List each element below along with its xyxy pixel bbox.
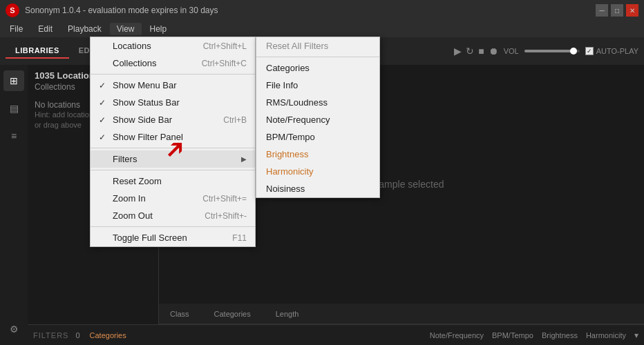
title-bar: S Sononym 1.0.4 - evaluation mode expire… <box>0 0 644 21</box>
stop-button[interactable]: ■ <box>478 46 484 57</box>
maximize-button[interactable]: □ <box>611 4 623 17</box>
filter-note-freq[interactable]: Note/Frequency <box>430 331 484 339</box>
sidebar-icon-menu[interactable]: ≡ <box>3 126 24 146</box>
col-class: Class <box>164 310 195 318</box>
submenu-reset-all[interactable]: Reset All Filters <box>256 37 379 55</box>
autoplay-label: AUTO-PLAY <box>596 47 638 55</box>
volume-fill <box>524 50 571 52</box>
menu-zoom-in[interactable]: Zoom In Ctrl+Shift+= <box>91 190 255 207</box>
submenu-rms-loudness[interactable]: RMS/Loudness <box>256 94 379 111</box>
record-button[interactable]: ⏺ <box>489 46 498 57</box>
menu-collections[interactable]: Collections Ctrl+Shift+C <box>91 55 255 72</box>
menu-bar: File Edit Playback View Help <box>0 21 644 37</box>
menu-show-filter-panel[interactable]: ✓ Show Filter Panel <box>91 128 255 146</box>
play-button[interactable]: ▶ <box>454 46 462 57</box>
submenu-bpm-tempo[interactable]: BPM/Tempo <box>256 128 379 146</box>
menu-divider-1 <box>91 74 255 75</box>
sidebar-icons: ⊞ ▤ ≡ ⚙ <box>0 65 28 345</box>
submenu-noisiness[interactable]: Noisiness <box>256 180 379 197</box>
filters-submenu: Reset All Filters Categories File Info R… <box>256 37 380 198</box>
sidebar-icon-settings[interactable]: ⚙ <box>3 319 24 339</box>
col-length: Length <box>270 310 305 318</box>
submenu-brightness[interactable]: Brightness <box>256 146 379 163</box>
tab-libraries[interactable]: LIBRARIES <box>6 43 69 59</box>
menu-file[interactable]: File <box>3 23 30 35</box>
menu-help[interactable]: Help <box>143 23 174 35</box>
sidebar-icon-grid[interactable]: ⊞ <box>3 70 24 91</box>
menu-toggle-fullscreen[interactable]: Toggle Full Screen F11 <box>91 229 255 246</box>
filter-brightness[interactable]: Brightness <box>542 331 578 339</box>
menu-show-status-bar[interactable]: ✓ Show Status Bar <box>91 94 255 111</box>
submenu-note-frequency[interactable]: Note/Frequency <box>256 111 379 128</box>
app-icon: S <box>6 3 19 17</box>
submenu-harmonicity[interactable]: Harmonicity <box>256 163 379 180</box>
close-button[interactable]: ✕ <box>626 4 638 17</box>
menu-playback[interactable]: Playback <box>61 23 108 35</box>
submenu-divider-1 <box>256 57 379 57</box>
menu-divider-2 <box>91 148 255 148</box>
filter-harmonicity[interactable]: Harmonicity <box>586 331 626 339</box>
filter-bar: FILTERS 0 Categories Note/Frequency BPM/… <box>28 324 644 345</box>
toolbar-right: ▶ ↻ ■ ⏺ VOL ✓ AUTO-PLAY <box>454 46 638 57</box>
menu-filters[interactable]: Filters ▶ <box>91 150 255 168</box>
filter-bpm[interactable]: BPM/Tempo <box>492 331 533 339</box>
filter-categories[interactable]: Categories <box>90 331 126 339</box>
col-categories: Categories <box>209 310 256 318</box>
submenu-file-info[interactable]: File Info <box>256 77 379 94</box>
menu-zoom-out[interactable]: Zoom Out Ctrl+Shift+- <box>91 207 255 224</box>
menu-locations[interactable]: Locations Ctrl+Shift+L <box>91 37 255 55</box>
vol-label: VOL <box>504 47 519 55</box>
sidebar-icon-list[interactable]: ▤ <box>3 98 24 119</box>
results-header: Class Categories Length <box>159 304 644 324</box>
menu-divider-4 <box>91 226 255 227</box>
menu-show-side-bar[interactable]: ✓ Show Side Bar Ctrl+B <box>91 111 255 128</box>
refresh-button[interactable]: ↻ <box>466 46 474 57</box>
volume-knob <box>570 48 577 55</box>
submenu-categories[interactable]: Categories <box>256 59 379 77</box>
expand-button[interactable]: ▾ <box>634 331 638 340</box>
menu-divider-3 <box>91 170 255 170</box>
filter-tags-right: Note/Frequency BPM/Tempo Brightness Harm… <box>430 331 638 340</box>
menu-show-menu-bar[interactable]: ✓ Show Menu Bar <box>91 77 255 94</box>
filter-count: 0 <box>75 331 79 339</box>
play-controls: ▶ ↻ ■ ⏺ <box>454 46 498 57</box>
view-menu: Locations Ctrl+Shift+L Collections Ctrl+… <box>90 37 256 247</box>
autoplay-control: ✓ AUTO-PLAY <box>585 47 638 55</box>
minimize-button[interactable]: ─ <box>596 4 608 17</box>
window-controls: ─ □ ✕ <box>596 4 638 17</box>
filter-tags: Categories <box>90 331 126 339</box>
menu-reset-zoom[interactable]: Reset Zoom <box>91 172 255 190</box>
autoplay-checkbox[interactable]: ✓ <box>585 47 594 55</box>
window-title: Sononym 1.0.4 - evaluation mode expires … <box>25 6 218 15</box>
volume-slider[interactable] <box>524 50 580 52</box>
menu-edit[interactable]: Edit <box>31 23 59 35</box>
menu-view[interactable]: View <box>110 23 142 35</box>
filters-label: FILTERS <box>33 331 68 339</box>
